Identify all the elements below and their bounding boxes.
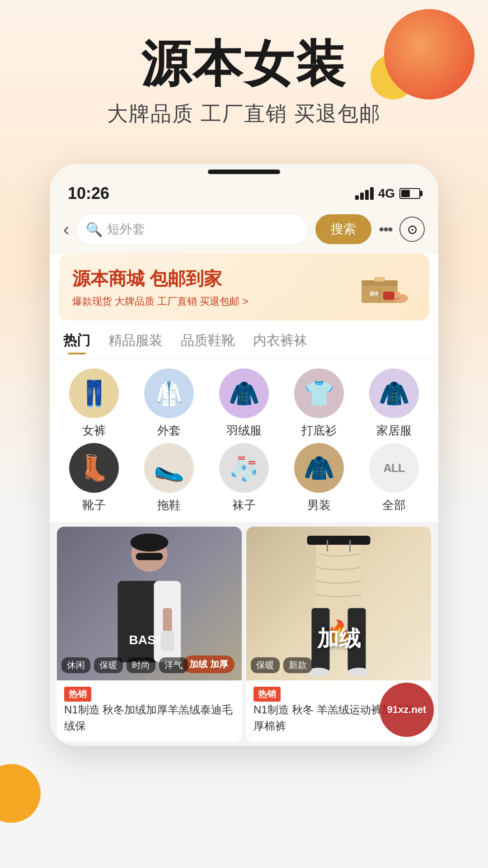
tag-stylish: 洋气 — [159, 657, 188, 673]
tag-casual: 休闲 — [61, 657, 90, 673]
box-svg: 源本 — [357, 264, 411, 305]
search-button[interactable]: 搜索 — [315, 214, 371, 244]
status-time: 10:26 — [68, 184, 109, 203]
fire-badge-1: 加绒 加厚 — [183, 656, 235, 673]
tab-shoes[interactable]: 品质鞋靴 — [181, 331, 235, 354]
svg-point-23 — [348, 668, 371, 677]
search-icon: 🔍 — [86, 222, 103, 237]
battery-fill — [401, 190, 410, 197]
cat-item-slippers[interactable]: 🥿 拖鞋 — [134, 443, 204, 513]
cat-item-all[interactable]: ALL 全部 — [359, 443, 429, 513]
deco-circle-orange-left — [0, 764, 41, 823]
phone-mockup: 10:26 4G ‹ 🔍 短外套 搜索 ••• ⊙ 源本商 — [50, 164, 438, 746]
search-bar: ‹ 🔍 短外套 搜索 ••• ⊙ — [50, 208, 438, 254]
product-tags-2: 保暖 新款 — [251, 657, 312, 673]
tab-hot[interactable]: 热门 — [63, 331, 90, 354]
signal-bar-1 — [355, 195, 359, 200]
cat-item-socks[interactable]: 🧦 袜子 — [209, 443, 279, 513]
product-image-1: BASE 加绒 加厚 休闲 保暖 — [57, 527, 242, 680]
category-grid: 👖 女裤 🥼 外套 🧥 羽绒服 👕 打底衫 🧥 家居服 👢 靴子 🥿 拖鞋 — [50, 359, 438, 522]
banner[interactable]: 源本商城 包邮到家 爆款现货 大牌品质 工厂直销 买退包邮 > — [59, 254, 429, 321]
cat-circle-boots: 👢 — [69, 443, 119, 493]
battery-icon — [399, 188, 420, 199]
search-input-wrap[interactable]: 🔍 短外套 — [76, 214, 308, 245]
tag-warm-2: 保暖 — [251, 657, 280, 673]
cat-item-boots[interactable]: 👢 靴子 — [59, 443, 129, 513]
app-title: 源本女装 — [27, 36, 461, 91]
product-tags-1: 休闲 保暖 时尚 洋气 — [61, 657, 188, 673]
category-tabs: 热门 精品服装 品质鞋靴 内衣裤袜 — [50, 321, 438, 359]
watermark-circle: 91xz.net — [380, 683, 434, 737]
svg-text:源本: 源本 — [370, 291, 379, 296]
signal-bar-4 — [370, 187, 374, 200]
svg-rect-3 — [374, 277, 385, 282]
cat-circle-down: 🧥 — [219, 368, 269, 418]
svg-point-12 — [131, 533, 169, 552]
svg-rect-17 — [307, 536, 371, 545]
cat-label-socks: 袜子 — [232, 497, 256, 513]
cat-circle-slippers: 🥿 — [144, 443, 194, 493]
tab-underwear[interactable]: 内衣裤袜 — [253, 331, 307, 354]
cat-item-coat[interactable]: 🥼 外套 — [134, 368, 204, 439]
watermark: 91xz.net — [380, 683, 434, 737]
banner-subtitle: 爆款现货 大牌品质 工厂直销 买退包邮 > — [72, 295, 248, 308]
camera-button[interactable]: ⊙ — [399, 217, 425, 242]
cat-item-shirt[interactable]: 👕 打底衫 — [284, 368, 354, 439]
svg-rect-15 — [161, 631, 174, 651]
svg-rect-6 — [383, 292, 394, 300]
product-info-1: 热销 N1制造 秋冬加绒加厚羊羔绒泰迪毛绒保 — [57, 680, 242, 741]
cat-label-homewear: 家居服 — [376, 423, 412, 439]
tag-fashion: 时尚 — [127, 657, 155, 673]
cat-label-all: 全部 — [382, 497, 406, 513]
cat-circle-menswear: 🧥 — [294, 443, 344, 493]
camera-icon: ⊙ — [407, 222, 418, 237]
cat-circle-homewear: 🧥 — [369, 368, 419, 418]
cat-label-shirt: 打底衫 — [301, 423, 337, 439]
app-subtitle: 大牌品质 工厂直销 买退包邮 — [27, 100, 461, 128]
status-bar: 10:26 4G — [50, 174, 438, 208]
tag-new: 新款 — [283, 657, 312, 673]
cat-label-boots: 靴子 — [82, 497, 106, 513]
signal-bars — [355, 187, 374, 200]
fire-badge-2: 加绒 — [317, 624, 361, 653]
svg-text:BASE: BASE — [129, 633, 164, 647]
cat-label-slippers: 拖鞋 — [157, 497, 181, 513]
hero-section: 源本女装 大牌品质 工厂直销 买退包邮 — [0, 0, 488, 146]
tag-warm: 保暖 — [94, 657, 123, 673]
notch-bar — [50, 164, 438, 174]
cat-label-down: 羽绒服 — [226, 423, 262, 439]
status-icons: 4G — [355, 186, 420, 201]
network-type: 4G — [378, 186, 395, 201]
back-button[interactable]: ‹ — [63, 219, 69, 240]
hot-badge-2: 热销 — [253, 687, 281, 702]
watermark-text: 91xz.net — [387, 704, 427, 716]
signal-bar-2 — [360, 193, 364, 200]
cat-circle-socks: 🧦 — [219, 443, 269, 493]
cat-label-menswear: 男装 — [307, 497, 331, 513]
banner-title: 源本商城 包邮到家 — [72, 266, 248, 291]
product-desc-1: 热销 N1制造 秋冬加绒加厚羊羔绒泰迪毛绒保 — [64, 687, 235, 734]
cat-item-homewear[interactable]: 🧥 家居服 — [359, 368, 429, 439]
banner-image: 源本 — [357, 264, 416, 310]
product-image-2: 🔥 加绒 保暖 新款 — [246, 527, 431, 680]
tab-clothing[interactable]: 精品服装 — [108, 331, 163, 354]
cat-circle-all: ALL — [369, 443, 419, 493]
banner-text: 源本商城 包邮到家 爆款现货 大牌品质 工厂直销 买退包邮 > — [72, 266, 248, 308]
notch — [208, 170, 280, 174]
search-placeholder: 短外套 — [107, 221, 299, 238]
hot-badge-1: 热销 — [64, 687, 91, 702]
cat-label-coat: 外套 — [157, 423, 181, 439]
more-button[interactable]: ••• — [379, 221, 392, 238]
svg-rect-13 — [136, 553, 163, 560]
product-card-1[interactable]: BASE 加绒 加厚 休闲 保暖 — [57, 527, 242, 741]
cat-circle-coat: 🥼 — [144, 368, 194, 418]
cat-item-pants[interactable]: 👖 女裤 — [59, 368, 129, 439]
cat-label-pants: 女裤 — [82, 423, 106, 439]
signal-bar-3 — [365, 190, 369, 200]
cat-circle-pants: 👖 — [69, 368, 119, 418]
cat-item-down[interactable]: 🧥 羽绒服 — [209, 368, 279, 439]
cat-item-menswear[interactable]: 🧥 男装 — [284, 443, 354, 513]
cat-circle-shirt: 👕 — [294, 368, 344, 418]
